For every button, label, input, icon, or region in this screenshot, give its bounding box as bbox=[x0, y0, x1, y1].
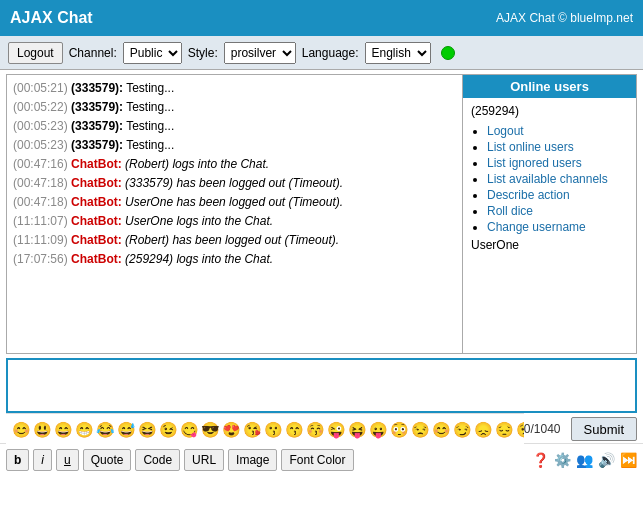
current-user-id: (259294) bbox=[471, 102, 628, 120]
code-button[interactable]: Code bbox=[135, 449, 180, 471]
app-title: AJAX Chat bbox=[10, 9, 93, 27]
font-color-button[interactable]: Font Color bbox=[281, 449, 353, 471]
submit-button[interactable]: Submit bbox=[571, 417, 637, 441]
timestamp: (00:05:21) bbox=[13, 81, 68, 95]
emoji-button[interactable]: 😳 bbox=[390, 422, 409, 437]
emoji-button[interactable]: 😝 bbox=[348, 422, 367, 437]
chat-message: (259294) logs into the Chat. bbox=[122, 252, 273, 266]
style-select[interactable]: prosilver bbox=[224, 42, 296, 64]
emoji-button[interactable]: 😊 bbox=[12, 422, 31, 437]
emoji-button[interactable]: 😙 bbox=[285, 422, 304, 437]
emoji-button[interactable]: 😔 bbox=[495, 422, 514, 437]
chatbot-name: ChatBot: bbox=[71, 214, 122, 228]
emoji-button[interactable]: 😃 bbox=[33, 422, 52, 437]
emoji-submit-row: 😊😃😄😁😂😅😆😉😋😎😍😘😗😙😚😜😝😛😳😒😊😏😞😔😟😕🙁😣😖😫😩😤😠😡😶😇❓❕❌⚠… bbox=[0, 413, 643, 443]
chat-line: (00:05:22) (333579): Testing... bbox=[13, 98, 456, 116]
online-menu-link[interactable]: List available channels bbox=[487, 172, 608, 186]
emoji-button[interactable]: 😏 bbox=[453, 422, 472, 437]
emoji-button[interactable]: 😆 bbox=[138, 422, 157, 437]
chat-wrapper: (00:05:21) (333579): Testing...(00:05:22… bbox=[0, 70, 643, 413]
bottom-icons: ❓ ⚙️ 👥 🔊 ⏭️ bbox=[532, 452, 637, 468]
italic-button[interactable]: i bbox=[33, 449, 52, 471]
main-toolbar: Logout Channel: Public Style: prosilver … bbox=[0, 36, 643, 70]
online-menu-item[interactable]: Roll dice bbox=[487, 204, 628, 218]
language-label: Language: bbox=[302, 46, 359, 60]
emoji-button[interactable]: 😂 bbox=[96, 422, 115, 437]
underline-button[interactable]: u bbox=[56, 449, 79, 471]
emoji-bar: 😊😃😄😁😂😅😆😉😋😎😍😘😗😙😚😜😝😛😳😒😊😏😞😔😟😕🙁😣😖😫😩😤😠😡😶😇❓❕❌⚠… bbox=[6, 413, 524, 445]
online-menu-item[interactable]: Logout bbox=[487, 124, 628, 138]
online-panel-content: (259294) LogoutList online usersList ign… bbox=[463, 98, 636, 258]
emoji-button[interactable]: 😉 bbox=[159, 422, 178, 437]
emoji-button[interactable]: 😞 bbox=[474, 422, 493, 437]
emoji-button[interactable]: 😊 bbox=[432, 422, 451, 437]
bottom-toolbar: b i u Quote Code URL Image Font Color ❓ … bbox=[0, 443, 643, 475]
emoji-button[interactable]: 😗 bbox=[264, 422, 283, 437]
emoji-button[interactable]: 😍 bbox=[222, 422, 241, 437]
online-menu-link[interactable]: List online users bbox=[487, 140, 574, 154]
emoji-button[interactable]: 😎 bbox=[201, 422, 220, 437]
chat-message: Testing... bbox=[123, 119, 174, 133]
online-menu-link[interactable]: Describe action bbox=[487, 188, 570, 202]
chat-line: (00:47:16) ChatBot: (Robert) logs into t… bbox=[13, 155, 456, 173]
timestamp: (00:05:23) bbox=[13, 119, 68, 133]
online-menu-item[interactable]: Change username bbox=[487, 220, 628, 234]
emoji-button[interactable]: 😜 bbox=[327, 422, 346, 437]
users-icon[interactable]: 👥 bbox=[576, 452, 593, 468]
online-menu-link[interactable]: Roll dice bbox=[487, 204, 533, 218]
emoji-button[interactable]: 😁 bbox=[75, 422, 94, 437]
online-menu-item[interactable]: List online users bbox=[487, 140, 628, 154]
chat-line: (00:47:18) ChatBot: (333579) has been lo… bbox=[13, 174, 456, 192]
online-menu-link[interactable]: Logout bbox=[487, 124, 524, 138]
emoji-button[interactable]: 😚 bbox=[306, 422, 325, 437]
submit-area: 0/1040 Submit bbox=[524, 417, 637, 441]
bold-button[interactable]: b bbox=[6, 449, 29, 471]
user-id: (333579): bbox=[71, 100, 123, 114]
image-button[interactable]: Image bbox=[228, 449, 277, 471]
channel-select[interactable]: Public bbox=[123, 42, 182, 64]
chatbot-name: ChatBot: bbox=[71, 176, 122, 190]
chat-message: UserOne has been logged out (Timeout). bbox=[122, 195, 343, 209]
emoji-button[interactable]: 😒 bbox=[411, 422, 430, 437]
timestamp: (00:05:22) bbox=[13, 100, 68, 114]
online-menu-item[interactable]: List ignored users bbox=[487, 156, 628, 170]
message-input[interactable] bbox=[8, 360, 635, 411]
url-button[interactable]: URL bbox=[184, 449, 224, 471]
chat-message: Testing... bbox=[123, 100, 174, 114]
chat-line: (17:07:56) ChatBot: (259294) logs into t… bbox=[13, 250, 456, 268]
quote-button[interactable]: Quote bbox=[83, 449, 132, 471]
chat-message: (Robert) has been logged out (Timeout). bbox=[122, 233, 339, 247]
logout-button[interactable]: Logout bbox=[8, 42, 63, 64]
emoji-button[interactable]: 😄 bbox=[54, 422, 73, 437]
emoji-button[interactable]: 😛 bbox=[369, 422, 388, 437]
help-icon[interactable]: ❓ bbox=[532, 452, 549, 468]
message-input-area[interactable] bbox=[6, 358, 637, 413]
user-id: (333579): bbox=[71, 138, 123, 152]
chatbot-name: ChatBot: bbox=[71, 157, 122, 171]
online-menu-link[interactable]: Change username bbox=[487, 220, 586, 234]
online-menu-item[interactable]: Describe action bbox=[487, 188, 628, 202]
timestamp: (00:47:18) bbox=[13, 195, 68, 209]
chat-line: (11:11:07) ChatBot: UserOne logs into th… bbox=[13, 212, 456, 230]
emoji-button[interactable]: 😘 bbox=[243, 422, 262, 437]
chat-messages-area: (00:05:21) (333579): Testing...(00:05:22… bbox=[6, 74, 462, 354]
online-users-list: UserOne bbox=[471, 236, 628, 254]
online-menu-link[interactable]: List ignored users bbox=[487, 156, 582, 170]
chatbot-name: ChatBot: bbox=[71, 195, 122, 209]
emoji-button[interactable]: 😋 bbox=[180, 422, 199, 437]
chat-line: (00:05:21) (333579): Testing... bbox=[13, 79, 456, 97]
chat-message: UserOne logs into the Chat. bbox=[122, 214, 273, 228]
chat-line: (00:47:18) ChatBot: UserOne has been log… bbox=[13, 193, 456, 211]
app-header: AJAX Chat AJAX Chat © blueImp.net bbox=[0, 0, 643, 36]
language-select[interactable]: English bbox=[365, 42, 431, 64]
online-menu-item[interactable]: List available channels bbox=[487, 172, 628, 186]
sound-icon[interactable]: 🔊 bbox=[598, 452, 615, 468]
main-content: (00:05:21) (333579): Testing...(00:05:22… bbox=[6, 74, 637, 354]
online-user: UserOne bbox=[471, 236, 628, 254]
timestamp: (00:47:18) bbox=[13, 176, 68, 190]
forward-icon[interactable]: ⏭️ bbox=[620, 452, 637, 468]
char-count: 0/1040 bbox=[524, 422, 561, 436]
emoji-button[interactable]: 😟 bbox=[516, 422, 524, 437]
settings-icon[interactable]: ⚙️ bbox=[554, 452, 571, 468]
emoji-button[interactable]: 😅 bbox=[117, 422, 136, 437]
